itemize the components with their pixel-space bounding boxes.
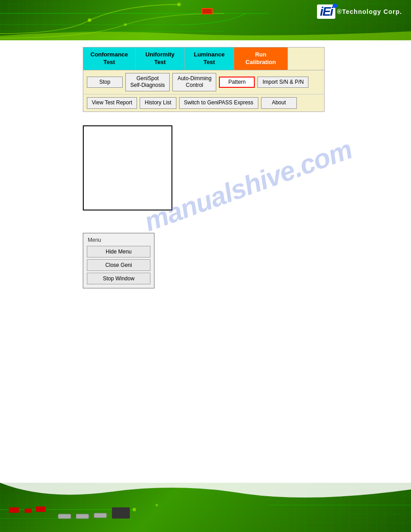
stop-window-button[interactable]: Stop Window	[87, 273, 150, 284]
tab-uniformity-label: Uniformity Test	[146, 51, 175, 65]
pattern-button[interactable]: Pattern	[219, 77, 255, 88]
top-banner-curve	[0, 27, 411, 40]
svg-point-4	[124, 23, 127, 26]
logo-iei-wrapper: iEi	[317, 4, 335, 19]
svg-point-18	[133, 508, 136, 511]
tab-run-calibration[interactable]: Run Calibration	[234, 47, 288, 70]
tab-uniformity[interactable]: Uniformity Test	[136, 47, 185, 70]
hide-menu-button[interactable]: Hide Menu	[87, 246, 150, 257]
top-banner: iEi ®Technology Corp.	[0, 0, 411, 40]
svg-rect-12	[25, 509, 32, 513]
about-button[interactable]: About	[261, 97, 297, 109]
tab-conformance[interactable]: Conformance Test	[83, 47, 136, 70]
content-wrapper: Conformance Test Uniformity Test Luminan…	[0, 40, 411, 295]
tab-run-calibration-label: Run Calibration	[245, 51, 276, 65]
close-geni-button[interactable]: Close Geni	[87, 259, 150, 271]
menu-box: Menu Hide Menu Close Geni Stop Window	[83, 233, 154, 288]
svg-point-19	[155, 504, 158, 506]
svg-point-3	[88, 18, 91, 22]
logo-area: iEi ®Technology Corp.	[317, 4, 402, 19]
switch-button[interactable]: Switch to GeniPASS Express	[179, 97, 258, 109]
logo-tech: ®Technology Corp.	[337, 8, 402, 15]
button-row-2: View Test Report History List Switch to …	[83, 94, 324, 112]
toolbar-wrapper: Conformance Test Uniformity Test Luminan…	[83, 47, 325, 288]
tab-luminance[interactable]: Luminance Test	[185, 47, 234, 70]
toolbar-container: Conformance Test Uniformity Test Luminan…	[83, 47, 325, 112]
svg-rect-13	[36, 506, 46, 512]
svg-point-5	[177, 3, 181, 6]
stop-button[interactable]: Stop	[87, 77, 123, 88]
tab-row: Conformance Test Uniformity Test Luminan…	[83, 47, 324, 70]
history-list-button[interactable]: History List	[140, 97, 176, 109]
tab-luminance-label: Luminance Test	[194, 51, 225, 65]
svg-rect-16	[94, 513, 107, 518]
menu-title: Menu	[87, 237, 150, 243]
autodimming-button[interactable]: Auto-Dimming Control	[172, 73, 216, 91]
tab-conformance-label: Conformance Test	[90, 51, 128, 65]
svg-rect-14	[58, 514, 71, 519]
logo-dot	[333, 4, 337, 8]
bottom-banner	[0, 483, 411, 532]
svg-rect-7	[202, 9, 212, 13]
button-row-1: Stop GeniSpot Self-Diagnosis Auto-Dimmin…	[83, 70, 324, 94]
svg-rect-15	[76, 514, 89, 519]
view-report-button[interactable]: View Test Report	[87, 97, 137, 109]
svg-rect-17	[112, 507, 130, 519]
display-area	[83, 125, 172, 210]
import-button[interactable]: Import S/N & P/N	[257, 77, 308, 88]
genispot-button[interactable]: GeniSpot Self-Diagnosis	[125, 73, 170, 91]
bottom-circuit-svg	[0, 483, 411, 532]
svg-rect-11	[9, 507, 19, 513]
